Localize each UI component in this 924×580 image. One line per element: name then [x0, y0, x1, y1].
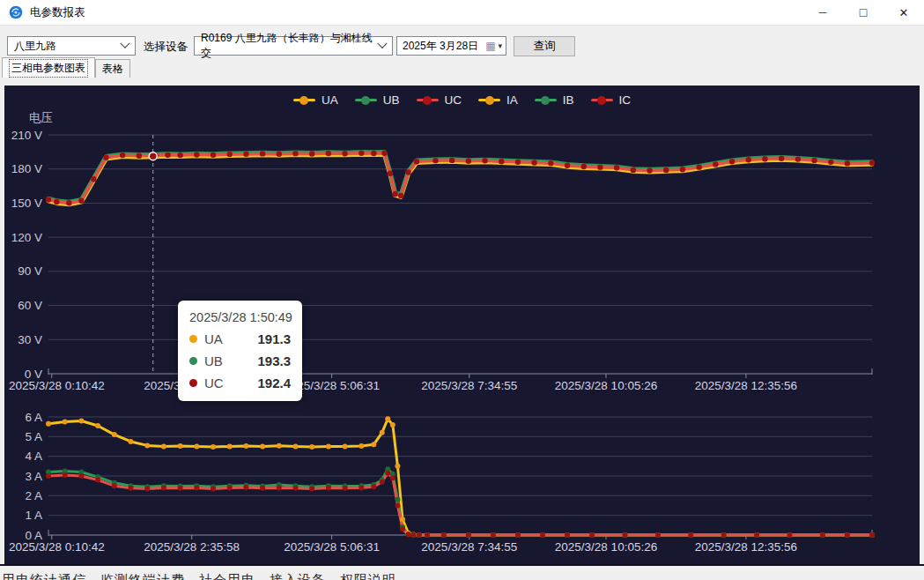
- chart-panel: UAUBUCIAIBIC 210 V180 V150 V120 V90 V60 …: [4, 86, 920, 564]
- legend-line-icon: [355, 99, 377, 101]
- legend-item-ua[interactable]: UA: [293, 93, 338, 107]
- series-name: UA: [204, 331, 223, 346]
- legend-line-icon: [591, 99, 613, 101]
- toolbar: 八里九路 选择设备 R0169 八里九路（长丰路）与湘桂线交 2025年 3月2…: [0, 25, 924, 59]
- svg-text:2025/3/28 2:35:58: 2025/3/28 2:35:58: [144, 540, 240, 554]
- series-name: UB: [204, 353, 223, 368]
- date-picker[interactable]: 2025年 3月28日 ▦ ▾: [396, 36, 506, 56]
- background-window-text: 用电统计通信 监测终端计费 社会用电 接入设备 权限说明: [0, 566, 924, 580]
- app-window: 电参数报表 ─ □ ✕ 八里九路 选择设备 R0169 八里九路（长丰路）与湘桂…: [0, 0, 924, 580]
- tooltip-row: UA 191.3: [189, 331, 291, 346]
- current-chart: 6 A5 A4 A3 A2 A1 A0 A2025/3/28 0:10:4220…: [9, 411, 875, 554]
- svg-text:2025/3/28 10:05:26: 2025/3/28 10:05:26: [555, 540, 657, 554]
- window-title: 电参数报表: [30, 5, 802, 20]
- svg-text:2025/3/28 7:34:55: 2025/3/28 7:34:55: [421, 379, 517, 392]
- legend-dot-icon: [541, 96, 550, 105]
- date-dropdown-arrow-icon: ▾: [498, 41, 502, 50]
- chart-tooltip: 2025/3/28 1:50:49 UA 191.3 UB 193.3 UC 1…: [178, 301, 302, 401]
- series-name: UC: [204, 376, 224, 390]
- legend-item-ic[interactable]: IC: [591, 93, 632, 107]
- series-dot-icon: [189, 357, 197, 365]
- app-icon: [9, 5, 23, 19]
- svg-text:30 V: 30 V: [18, 333, 42, 346]
- svg-text:60 V: 60 V: [18, 299, 42, 312]
- legend-dot-icon: [361, 96, 370, 105]
- legend-dot-icon: [485, 96, 494, 105]
- tab-strip: 三相电参数图表 表格: [2, 58, 130, 78]
- tooltip-row: UB 193.3: [189, 353, 291, 368]
- svg-text:120 V: 120 V: [11, 231, 42, 244]
- svg-text:2025/3/28 10:05:26: 2025/3/28 10:05:26: [555, 379, 657, 392]
- chart-legend: UAUBUCIAIBIC: [4, 93, 920, 107]
- svg-text:210 V: 210 V: [11, 129, 42, 142]
- svg-text:4 A: 4 A: [25, 450, 42, 463]
- query-button[interactable]: 查询: [514, 36, 575, 56]
- legend-line-icon: [293, 99, 315, 101]
- close-icon: ✕: [899, 6, 909, 19]
- legend-item-ub[interactable]: UB: [355, 93, 400, 107]
- legend-item-ia[interactable]: IA: [478, 93, 518, 107]
- maximize-icon: □: [860, 5, 867, 19]
- tooltip-timestamp: 2025/3/28 1:50:49: [189, 310, 291, 324]
- close-button[interactable]: ✕: [883, 0, 924, 25]
- legend-dot-icon: [299, 96, 308, 105]
- legend-item-ib[interactable]: IB: [535, 93, 574, 107]
- series-value: 192.4: [245, 376, 291, 390]
- series-dot-icon: [189, 335, 197, 343]
- device-select[interactable]: R0169 八里九路（长丰路）与湘桂线交: [194, 36, 393, 56]
- svg-text:2025/3/28 0:10:42: 2025/3/28 0:10:42: [9, 540, 105, 554]
- svg-text:2025/3/28 7:34:55: 2025/3/28 7:34:55: [421, 540, 517, 554]
- series-dot-icon: [189, 379, 197, 387]
- svg-text:电压: 电压: [29, 111, 53, 124]
- chevron-down-icon: [377, 39, 387, 48]
- series-value: 191.3: [245, 331, 291, 346]
- device-label: 选择设备: [144, 40, 188, 55]
- charts-canvas[interactable]: 210 V180 V150 V120 V90 V60 V30 V0 V2025/…: [4, 86, 920, 564]
- voltage-chart: 210 V180 V150 V120 V90 V60 V30 V0 V2025/…: [9, 111, 875, 392]
- legend-line-icon: [535, 99, 557, 101]
- svg-text:5 A: 5 A: [25, 430, 42, 443]
- minimize-icon: ─: [819, 6, 827, 19]
- minimize-button[interactable]: ─: [802, 0, 843, 25]
- svg-text:1 A: 1 A: [25, 509, 42, 522]
- series-value: 193.3: [245, 353, 291, 368]
- svg-text:6 A: 6 A: [25, 411, 42, 424]
- maximize-button[interactable]: □: [843, 0, 883, 25]
- legend-line-icon: [417, 99, 439, 101]
- highlight-marker: [149, 152, 157, 160]
- legend-item-uc[interactable]: UC: [417, 93, 462, 107]
- legend-dot-icon: [597, 96, 606, 105]
- svg-text:2025/3/28 5:06:31: 2025/3/28 5:06:31: [284, 540, 380, 554]
- legend-line-icon: [478, 99, 500, 101]
- svg-text:2025/3/28 12:35:56: 2025/3/28 12:35:56: [695, 540, 797, 554]
- window-controls: ─ □ ✕: [802, 0, 924, 25]
- svg-text:2025/3/28 0:10:42: 2025/3/28 0:10:42: [9, 379, 105, 392]
- svg-text:90 V: 90 V: [18, 264, 42, 278]
- calendar-icon: ▦: [485, 41, 495, 51]
- svg-text:180 V: 180 V: [11, 162, 42, 175]
- svg-text:2025/3/28 12:35:56: 2025/3/28 12:35:56: [695, 379, 797, 392]
- window-titlebar: 电参数报表 ─ □ ✕: [0, 0, 924, 25]
- background-window-strip: 用电统计通信 监测终端计费 社会用电 接入设备 权限说明: [0, 564, 924, 580]
- chevron-down-icon: [120, 39, 129, 48]
- svg-text:3 A: 3 A: [25, 470, 42, 483]
- tooltip-row: UC 192.4: [189, 376, 291, 390]
- tab-table[interactable]: 表格: [95, 59, 130, 78]
- area-select[interactable]: 八里九路: [7, 36, 136, 56]
- tab-chart[interactable]: 三相电参数图表: [2, 57, 95, 78]
- svg-text:2 A: 2 A: [25, 489, 42, 502]
- svg-text:150 V: 150 V: [11, 197, 42, 210]
- legend-dot-icon: [423, 96, 432, 105]
